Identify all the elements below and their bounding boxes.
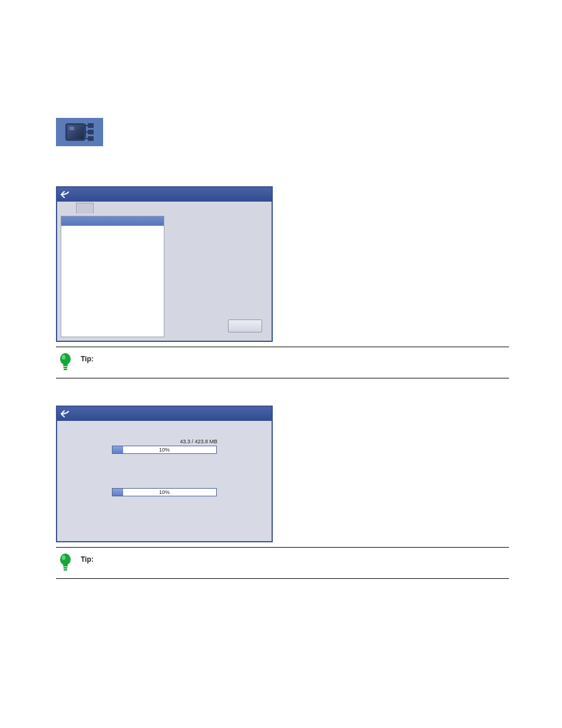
back-arrow-icon[interactable] [61,190,71,199]
svg-point-0 [60,353,71,365]
progress-bar-2: 10% [112,488,217,496]
tip-text: Tip: [81,352,94,364]
window-titlebar [57,407,272,421]
svg-rect-9 [64,569,67,571]
progress-window: 43.3 / 423.8 MB 10% 10% [56,406,273,542]
progress-bar-1-label: 10% [113,447,216,453]
tree-icon [88,123,94,141]
tip-row: Tip: [56,347,509,378]
progress-bar-2-label: 10% [113,489,216,495]
back-arrow-icon[interactable] [61,410,71,418]
svg-rect-4 [64,369,67,371]
tip-prefix: Tip: [81,355,94,363]
lightbulb-icon [57,552,74,572]
tip-row: Tip: [56,547,509,579]
svg-rect-2 [63,364,68,366]
window-titlebar [57,187,272,202]
progress-size-label: 43.3 / 423.8 MB [180,439,217,444]
svg-point-6 [62,555,65,560]
tab-strip [57,202,272,213]
tip-text: Tip: [81,552,94,564]
svg-point-5 [60,554,71,565]
progress-bar-1: 10% [112,446,217,454]
svg-rect-7 [63,565,68,566]
monitor-icon [65,123,85,141]
device-tree-icon [56,118,103,146]
svg-rect-3 [64,367,68,368]
tip-prefix: Tip: [81,555,94,564]
svg-rect-8 [64,567,68,569]
lightbulb-icon [57,352,74,372]
file-picker-window [56,186,273,342]
ok-button[interactable] [228,319,262,332]
file-list-selection[interactable] [61,216,164,226]
file-list[interactable] [61,216,164,337]
tab[interactable] [76,203,94,213]
svg-point-1 [62,355,65,360]
